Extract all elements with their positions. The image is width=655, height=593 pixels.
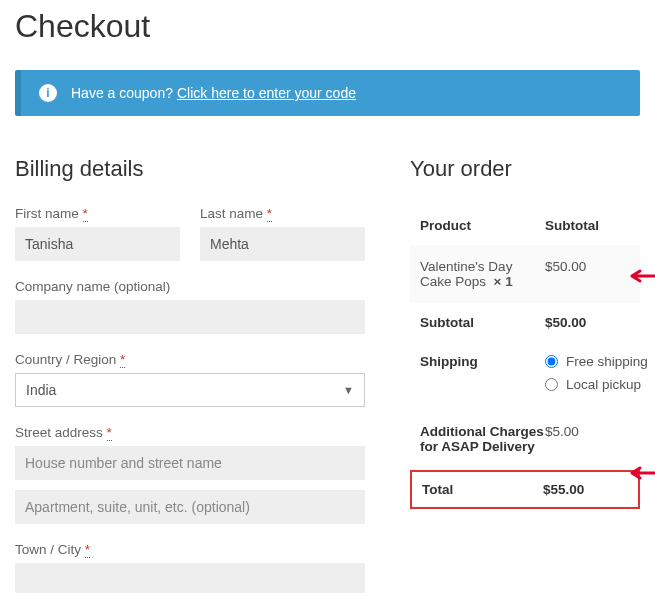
first-name-input[interactable] <box>15 227 180 261</box>
street2-input[interactable] <box>15 490 365 524</box>
last-name-label: Last name * <box>200 206 365 221</box>
last-name-input[interactable] <box>200 227 365 261</box>
required-mark: * <box>85 542 90 558</box>
company-input[interactable] <box>15 300 365 334</box>
order-header-row: Product Subtotal <box>410 206 640 245</box>
street-label: Street address * <box>15 425 365 440</box>
info-icon: i <box>39 84 57 102</box>
coupon-banner: i Have a coupon? Click here to enter you… <box>15 70 640 116</box>
ship-free-label: Free shipping <box>566 354 648 369</box>
item-subtotal: $50.00 <box>545 259 630 289</box>
city-input[interactable] <box>15 563 365 593</box>
city-label: Town / City * <box>15 542 365 557</box>
shipping-row: Shipping Free shipping Local pickup <box>410 342 640 412</box>
charge-label: Additional Charges for ASAP Delivery <box>420 424 545 454</box>
street1-input[interactable] <box>15 446 365 480</box>
country-value: India <box>26 382 56 398</box>
subtotal-value: $50.00 <box>545 315 630 330</box>
order-heading: Your order <box>410 156 640 182</box>
col-product: Product <box>420 218 545 233</box>
first-name-label: First name * <box>15 206 180 221</box>
subtotal-label: Subtotal <box>420 315 545 330</box>
shipping-label: Shipping <box>420 354 545 369</box>
required-mark: * <box>267 206 272 222</box>
required-mark: * <box>107 425 112 441</box>
ship-local-label: Local pickup <box>566 377 641 392</box>
required-mark: * <box>83 206 88 222</box>
company-label: Company name (optional) <box>15 279 365 294</box>
coupon-link[interactable]: Click here to enter your code <box>177 85 356 101</box>
coupon-question: Have a coupon? <box>71 85 173 101</box>
total-row: Total $55.00 <box>410 470 640 509</box>
order-item-row: Valentine's Day Cake Pops × 1 $50.00 <box>410 245 640 303</box>
ship-free-radio[interactable] <box>545 355 558 368</box>
order-table: Product Subtotal Valentine's Day Cake Po… <box>410 206 640 509</box>
billing-heading: Billing details <box>15 156 365 182</box>
required-mark: * <box>120 352 125 368</box>
chevron-down-icon: ▼ <box>343 384 354 396</box>
page-title: Checkout <box>15 8 640 45</box>
item-qty: × 1 <box>494 274 513 289</box>
charge-row: Additional Charges for ASAP Delivery $5.… <box>410 412 640 466</box>
subtotal-row: Subtotal $50.00 <box>410 303 640 342</box>
country-select[interactable]: India ▼ <box>15 373 365 407</box>
charge-value: $5.00 <box>545 424 630 454</box>
ship-local-radio[interactable] <box>545 378 558 391</box>
country-label: Country / Region * <box>15 352 365 367</box>
total-value: $55.00 <box>543 482 628 497</box>
total-label: Total <box>422 482 543 497</box>
col-subtotal: Subtotal <box>545 218 630 233</box>
